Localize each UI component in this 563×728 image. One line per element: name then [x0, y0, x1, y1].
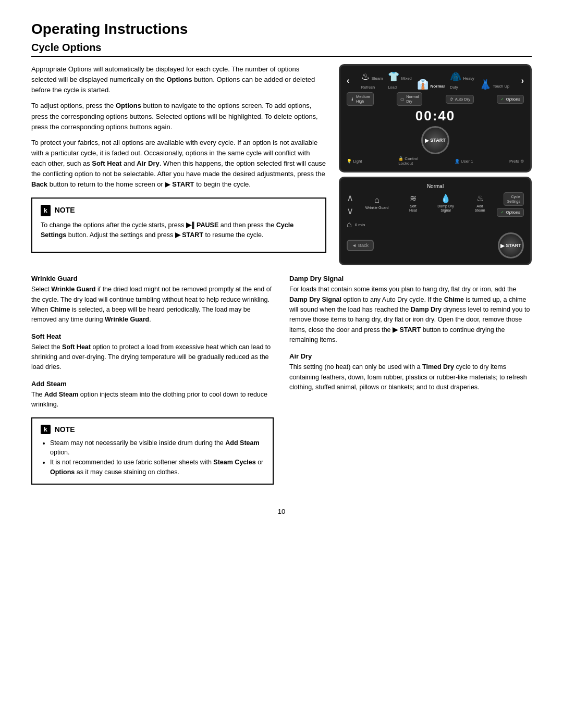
intro-text: Appropriate Options will automatically b… [31, 64, 326, 265]
house-icon: ⌂ [347, 220, 352, 229]
nav-down-arrow[interactable]: ∨ [347, 205, 353, 217]
auto-icon: ⏱ [449, 97, 454, 102]
air-dry-body: This setting (no heat) can only be used … [289, 362, 532, 392]
option-medium-high[interactable]: 🌡 MediumHigh [347, 92, 374, 106]
note-label-1: NOTE [55, 205, 75, 216]
cycle-mixed-load[interactable]: 👕 MixedLoad [388, 71, 412, 90]
back-label: Back [358, 243, 369, 248]
check-icon-2: ✓ [500, 210, 504, 215]
add-steam-body: The Add Steam option injects steam into … [31, 390, 274, 410]
appliance-panel: ‹ ♨ SteamRefresh 👕 MixedLoad 👔 Normal [339, 64, 532, 265]
screen2-top-label: Normal [347, 183, 524, 189]
section-damp-dry-signal: Damp Dry Signal For loads that contain s… [289, 275, 532, 345]
dry-icon: ▭ [400, 97, 405, 102]
damp-icon: 💧 [440, 193, 451, 203]
soft-heat-body: Select the Soft Heat option to protect a… [31, 342, 274, 373]
damp-dry-title: Damp Dry Signal [289, 275, 532, 282]
normal-label: Normal [427, 183, 444, 189]
note-icon-1: k [41, 205, 51, 217]
note-2-item-1: Steam may not necessarily be visible ins… [50, 438, 264, 458]
temp-icon: 🌡 [350, 97, 354, 102]
bottom-columns: Wrinkle Guard Select Wrinkle Guard if th… [31, 275, 532, 491]
prefs-label: Prefs ⚙ [509, 159, 524, 164]
time-label: 0 min [355, 223, 365, 227]
options-button[interactable]: ✓ Options [497, 95, 524, 104]
nav-left-arrow[interactable]: ‹ [347, 76, 349, 85]
note-2-list: Steam may not necessarily be visible ins… [41, 438, 264, 477]
screen2-options-btn[interactable]: ✓ Options [497, 208, 524, 217]
intro-para-1: Appropriate Options will automatically b… [31, 64, 326, 95]
option-damp-dry[interactable]: 💧 Damp DrySignal [437, 193, 454, 213]
option-auto-dry[interactable]: ⏱ Auto Dry [446, 95, 474, 104]
wrinkle-icon: ⌂ [374, 195, 380, 205]
cycle-normal[interactable]: 👔 Normal [417, 79, 445, 90]
time-display: 00:40 [347, 108, 524, 124]
cycle-settings-btn[interactable]: CycleSettings [504, 192, 524, 206]
note-box-2: k NOTE Steam may not necessarily be visi… [31, 417, 274, 485]
soft-heat-icon: ≋ [410, 193, 417, 203]
intro-para-2: To adjust options, press the Options but… [31, 101, 326, 132]
light-label: 💡 Light [347, 159, 362, 164]
back-arrow-icon: ◄ [352, 243, 357, 248]
start-button-area: ▶START [347, 126, 524, 154]
screen2-bottom: ◄ Back ▶START [347, 232, 524, 258]
add-steam-title: Add Steam [31, 380, 274, 388]
option-soft-heat[interactable]: ≋ SoftHeat [409, 193, 417, 213]
cycle-heavy-duty[interactable]: 🧥 HeavyDuty [450, 71, 474, 90]
page-title: Operating Instructions [31, 21, 532, 38]
screen-bottom-bar: 💡 Light 🔒 ControlLockout 👤 User 1 Prefs … [347, 156, 524, 166]
section-wrinkle-guard: Wrinkle Guard Select Wrinkle Guard if th… [31, 275, 274, 325]
cycle-steam-refresh[interactable]: ♨ SteamRefresh [361, 71, 383, 90]
nav-right-arrow[interactable]: › [521, 76, 524, 85]
damp-dry-body: For loads that contain some items you pl… [289, 285, 532, 345]
section-air-dry: Air Dry This setting (no heat) can only … [289, 352, 532, 392]
note-text-1: To change the options after the cycle st… [41, 220, 317, 240]
note-header-2: k NOTE [41, 425, 264, 434]
soft-heat-title: Soft Heat [31, 332, 274, 340]
section-soft-heat: Soft Heat Select the Soft Heat option to… [31, 332, 274, 373]
section-add-steam: Add Steam The Add Steam option injects s… [31, 380, 274, 410]
control-lockout: 🔒 ControlLockout [398, 156, 418, 166]
option-add-steam[interactable]: ♨ AddSteam [474, 193, 485, 213]
note-box-1: k NOTE To change the options after the c… [31, 198, 326, 253]
check-icon: ✓ [500, 97, 504, 102]
wrinkle-guard-title: Wrinkle Guard [31, 275, 274, 282]
nav-up-arrow[interactable]: ∧ [347, 192, 353, 204]
option-normal-dry[interactable]: ▭ NormalDry [397, 92, 422, 106]
start-button-2[interactable]: ▶START [498, 232, 524, 258]
steam-icon: ♨ [476, 193, 484, 203]
intro-para-3: To protect your fabrics, not all options… [31, 138, 326, 190]
right-column: Damp Dry Signal For loads that contain s… [289, 275, 532, 491]
note-label-2: NOTE [55, 425, 75, 434]
note-icon-2: k [41, 425, 51, 434]
start-button-1[interactable]: ▶START [421, 126, 449, 154]
user-label: 👤 User 1 [455, 159, 473, 164]
page-number: 10 [31, 508, 532, 515]
note-2-item-2: It is not recommended to use fabric soft… [50, 458, 264, 477]
back-button[interactable]: ◄ Back [347, 240, 374, 251]
appliance-screen-1: ‹ ♨ SteamRefresh 👕 MixedLoad 👔 Normal [339, 64, 532, 172]
option-wrinkle-guard[interactable]: ⌂ Wrinkle Guard [365, 195, 389, 210]
wrinkle-guard-body: Select Wrinkle Guard if the dried load m… [31, 285, 274, 325]
air-dry-title: Air Dry [289, 352, 532, 360]
note-header-1: k NOTE [41, 205, 317, 217]
cycle-touch-up[interactable]: 👗 Touch Up [480, 79, 509, 90]
section-subtitle: Cycle Options [31, 42, 532, 57]
appliance-screen-2: Normal ∧ ∨ ⌂ Wrinkle Guard ≋ SoftHeat [339, 177, 532, 265]
left-column: Wrinkle Guard Select Wrinkle Guard if th… [31, 275, 274, 491]
